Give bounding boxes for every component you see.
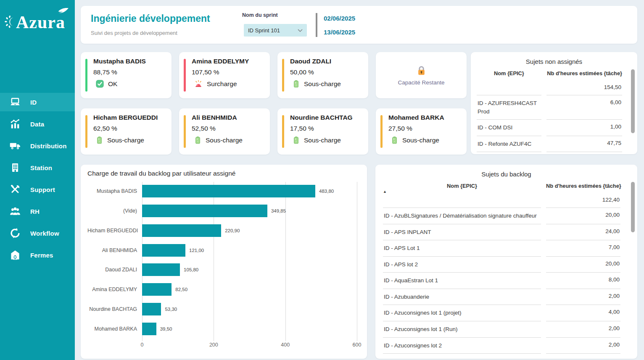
table-row[interactable]: ID - Azubuanderie2,00 xyxy=(383,289,620,305)
chart-bar[interactable] xyxy=(142,323,156,335)
chart-rows: Mustapha BADIS483,80(Vide)349,85Hicham B… xyxy=(87,184,357,336)
table-row[interactable]: ID - APS INPLANT24,00 xyxy=(383,224,620,241)
feather-icon xyxy=(56,8,69,15)
sprint-end-date: 13/06/2025 xyxy=(324,29,355,36)
sidebar-item-rh[interactable]: RH xyxy=(0,202,75,221)
siren-icon xyxy=(194,80,203,88)
table-row[interactable]: ID - Azuconsignes lot 22,00 xyxy=(383,338,620,354)
sidebar: Azura IDDataDistributionStationSupportRH… xyxy=(0,0,75,360)
chart-bar[interactable] xyxy=(142,185,315,197)
sprint-start-date: 02/06/2025 xyxy=(324,15,355,22)
total-hours-cell: 154,50 xyxy=(546,79,622,95)
sort-ascending-icon[interactable]: ▲ xyxy=(383,189,387,194)
azura-logo: Azura xyxy=(4,7,71,38)
sidebar-item-support[interactable]: Support xyxy=(0,180,75,199)
column-header-name[interactable]: Nom {EPIC} xyxy=(477,67,541,79)
kpi-card-person: Mohamed BARKA27,50 %Sous-charge xyxy=(376,108,467,155)
column-header-name[interactable]: Nom {EPIC} xyxy=(383,179,541,192)
epic-name-cell: ID - Azuconsignes lot 1 (Run) xyxy=(383,321,541,338)
kpi-grid: Mustapha BADIS88,75 %OKAmina EDDELYMY107… xyxy=(81,52,467,155)
chart-gridline xyxy=(357,182,357,341)
epic-name-cell: ID - Refonte AZUF4C xyxy=(477,136,541,152)
chart-category-label: Mustapha BADIS xyxy=(87,188,142,194)
kpi-status-label: Sous-charge xyxy=(402,137,439,144)
kpi-percent-value: 107,50 % xyxy=(192,68,270,76)
status-accent-bar xyxy=(380,115,383,148)
table-row[interactable]: ID - AquaEstran Lot 18,00 xyxy=(383,273,620,289)
kpi-status: Sous-charge xyxy=(194,136,270,144)
table-row[interactable]: ID - Azuconsignes lot 1 (Run)2,00 xyxy=(383,321,620,338)
column-header-hours[interactable]: Nb d'heures estimées {tâche} xyxy=(546,67,622,79)
page-subtitle: Suivi des projets de développement xyxy=(91,30,177,36)
header-card: Ingénierie développement Suivi des proje… xyxy=(81,6,637,44)
battery-icon xyxy=(96,136,103,144)
kpi-status: Sous-charge xyxy=(96,136,172,144)
table-row[interactable]: ID - Azuconsignes lot 1 (projet)4,00 xyxy=(383,305,620,321)
sprint-filter-label: Nom du sprint xyxy=(242,12,278,18)
chart-category-label: Hicham BERGUEDDI xyxy=(87,228,142,234)
sidebar-item-id[interactable]: ID xyxy=(0,93,75,111)
chart-row: (Vide)349,85 xyxy=(87,204,357,218)
table-total-row: 122,40 xyxy=(383,192,620,208)
sidebar-item-label: Station xyxy=(30,164,52,171)
truck-icon xyxy=(8,140,22,152)
sprint-dropdown[interactable]: ID Sprint 101 xyxy=(244,24,307,37)
battery-icon xyxy=(293,80,300,88)
chart-value-label: 105,80 xyxy=(184,267,198,272)
sidebar-item-workflow[interactable]: Workflow xyxy=(0,224,75,242)
chart-x-tick: 600 xyxy=(353,342,362,348)
table-row[interactable]: ID - AZUFRESH4CAST Prod6,00 xyxy=(477,95,622,120)
kpi-card-person: Amina EDDELYMY107,50 %Surcharge xyxy=(179,52,270,98)
chart-bar[interactable] xyxy=(142,224,221,237)
chart-x-tick: 200 xyxy=(209,342,218,348)
chart-bar[interactable] xyxy=(142,205,267,217)
chart-bar[interactable] xyxy=(142,244,185,257)
chart-bar[interactable] xyxy=(142,283,172,296)
main-area: Ingénierie développement Suivi des proje… xyxy=(75,0,644,360)
chart-bar[interactable] xyxy=(142,263,180,276)
estimated-hours-cell: 2,00 xyxy=(546,321,620,338)
status-accent-bar xyxy=(85,59,87,92)
sidebar-item-label: Data xyxy=(30,121,44,128)
epic-name-cell: ID - AzuBLSignatures / Dématérialisation… xyxy=(383,208,541,224)
table-header-row: Nom {EPIC} Nb d'heures estimées {tâche} xyxy=(383,179,620,192)
column-header-hours[interactable]: Nb d'heures estimées {tâche} xyxy=(546,179,620,192)
total-name-cell xyxy=(477,79,541,95)
estimated-hours-cell: 8,00 xyxy=(546,273,620,289)
kpi-person-name: Ali BENHMIDA xyxy=(192,114,267,121)
estimated-hours-cell: 1,00 xyxy=(546,120,622,136)
chart-bar[interactable] xyxy=(142,303,161,315)
table-row[interactable]: ID - AzuBLSignatures / Dématérialisation… xyxy=(383,208,620,224)
estimated-hours-cell: 20,00 xyxy=(546,257,620,273)
laptop-icon xyxy=(8,96,22,108)
lock-icon xyxy=(416,65,427,76)
chart-category-label: Mohamed BARKA xyxy=(87,326,142,332)
table-row[interactable]: ID - Refonte AZUF4C47,75 xyxy=(477,136,622,152)
backlog-scrollbar[interactable] xyxy=(631,182,635,232)
backlog-tbody: 122,40 ID - AzuBLSignatures / Dématérial… xyxy=(383,192,620,354)
kpi-status: Sous-charge xyxy=(391,136,467,144)
sidebar-item-label: Distribution xyxy=(30,142,67,150)
check-icon xyxy=(96,80,104,88)
chart-row: Mustapha BADIS483,80 xyxy=(87,184,357,198)
sidebar-item-distribution[interactable]: Distribution xyxy=(0,137,75,155)
chart-bar-area: 220,90 xyxy=(142,224,357,237)
table-row[interactable]: ID - COM DSI1,00 xyxy=(477,120,622,136)
total-hours-cell: 122,40 xyxy=(546,192,620,208)
tools-icon xyxy=(8,184,22,195)
unassigned-scrollbar[interactable] xyxy=(631,69,635,133)
chart-card: Charge de travail du backlog par utilisa… xyxy=(81,165,367,359)
sidebar-item-fermes[interactable]: Fermes xyxy=(0,246,75,264)
kpi-percent-value: 52,50 % xyxy=(192,125,270,132)
chart-row: Ali BENHMIDA121,00 xyxy=(87,243,357,258)
table-row[interactable]: ID - APS Lot 17,00 xyxy=(383,240,620,257)
building-icon xyxy=(8,162,22,173)
sidebar-item-data[interactable]: Data xyxy=(0,115,75,133)
chart-category-label: Daoud ZDALI xyxy=(87,267,142,273)
table-row[interactable]: ID - APS lot 220,00 xyxy=(383,257,620,273)
battery-icon xyxy=(194,136,201,144)
dashboard-root: Azura IDDataDistributionStationSupportRH… xyxy=(0,0,644,360)
sidebar-item-station[interactable]: Station xyxy=(0,158,75,177)
backlog-panel: Sujets du backlog ▲ Nom {EPIC} Nb d'heur… xyxy=(375,165,637,359)
unassigned-table: Nom {EPIC} Nb d'heures estimées {tâche} … xyxy=(472,67,627,152)
